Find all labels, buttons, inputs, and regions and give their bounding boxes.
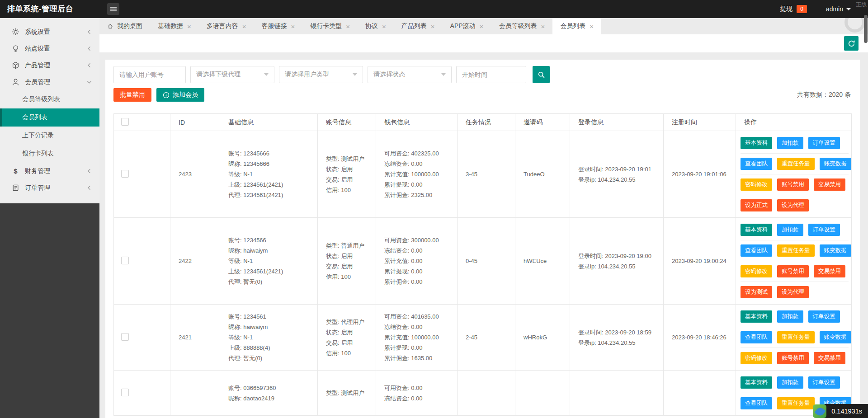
close-icon[interactable]: × <box>431 23 435 30</box>
action-button-交易禁用[interactable]: 交易禁用 <box>814 178 845 191</box>
action-button-订单设置[interactable]: 订单设置 <box>808 224 840 236</box>
action-button-设为代理[interactable]: 设为代理 <box>777 199 809 211</box>
tab-我的桌面[interactable]: 我的桌面 <box>99 18 150 34</box>
action-button-重置任务量[interactable]: 重置任务量 <box>777 397 815 409</box>
action-button-密码修改[interactable]: 密码修改 <box>741 178 772 191</box>
cell-register-time <box>664 371 736 416</box>
tab-基础数据[interactable]: 基础数据 × <box>150 18 199 34</box>
debug-time-widget[interactable]: 0.141931s <box>813 404 868 418</box>
action-button-加扣款[interactable]: 加扣款 <box>777 376 803 389</box>
close-icon[interactable]: × <box>242 23 246 30</box>
app-header: 排单系统-管理后台 提现 0 admin <box>0 0 868 18</box>
hamburger-menu-button[interactable] <box>107 3 119 15</box>
cell-invite-code: TudeeO <box>515 131 570 218</box>
user-menu[interactable]: admin <box>826 5 851 13</box>
action-button-订单设置[interactable]: 订单设置 <box>808 137 840 149</box>
sidebar-item-上下分记录[interactable]: 上下分记录 <box>0 127 99 145</box>
site-icon <box>11 45 20 52</box>
sidebar-item-财务管理[interactable]: $ 财务管理 <box>0 163 99 179</box>
tab-协议[interactable]: 协议 × <box>358 18 394 34</box>
sidebar-item-系统设置[interactable]: 系统设置 <box>0 23 99 40</box>
start-time-input[interactable] <box>456 66 526 83</box>
action-button-基本资料[interactable]: 基本资料 <box>741 310 772 323</box>
search-button[interactable] <box>533 66 550 83</box>
action-button-账变数据[interactable]: 账变数据 <box>820 244 851 257</box>
sidebar-item-会员列表[interactable]: 会员列表 <box>0 108 99 127</box>
action-button-交易禁用[interactable]: 交易禁用 <box>814 352 845 364</box>
action-button-账变数据[interactable]: 账变数据 <box>820 331 851 343</box>
product-icon <box>11 61 20 69</box>
action-button-设为代理[interactable]: 设为代理 <box>777 286 809 298</box>
action-button-密码修改[interactable]: 密码修改 <box>741 352 772 364</box>
batch-disable-button[interactable]: 批量禁用 <box>113 88 151 102</box>
action-button-订单设置[interactable]: 订单设置 <box>808 310 840 323</box>
tab-银行卡类型[interactable]: 银行卡类型 × <box>302 18 358 34</box>
action-button-订单设置[interactable]: 订单设置 <box>808 376 840 389</box>
close-icon[interactable]: × <box>541 23 545 30</box>
tab-产品列表[interactable]: 产品列表 × <box>394 18 443 34</box>
sidebar-item-会员等级列表[interactable]: 会员等级列表 <box>0 90 99 108</box>
row-checkbox[interactable] <box>121 170 129 178</box>
sidebar-item-银行卡列表[interactable]: 银行卡列表 <box>0 145 99 163</box>
tab-label: 协议 <box>365 22 378 30</box>
action-button-查看团队[interactable]: 查看团队 <box>741 244 772 257</box>
tab-客服链接[interactable]: 客服链接 × <box>254 18 303 34</box>
row-checkbox[interactable] <box>121 257 129 264</box>
sidebar-item-站点设置[interactable]: 站点设置 <box>0 40 99 57</box>
close-icon[interactable]: × <box>346 23 350 30</box>
select-all-checkbox[interactable] <box>121 118 129 126</box>
action-button-加扣款[interactable]: 加扣款 <box>777 224 803 236</box>
action-button-账号禁用[interactable]: 账号禁用 <box>777 178 809 191</box>
action-button-基本资料[interactable]: 基本资料 <box>741 376 772 389</box>
action-button-group: 基本资料加扣款订单设置 <box>741 133 849 154</box>
cell-id: 2423 <box>170 131 220 218</box>
withdraw-menu[interactable]: 提现 0 <box>780 5 807 13</box>
action-button-设为测试[interactable]: 设为测试 <box>741 286 772 298</box>
action-button-重置任务量[interactable]: 重置任务量 <box>777 244 815 257</box>
member-list-panel: 请选择下级代理 请选择用户类型 请选择状态 批量禁用 添加会员 共 <box>105 60 860 418</box>
tab-会员列表[interactable]: 会员列表 × <box>552 18 601 34</box>
action-button-group: 设为正式设为代理 <box>741 195 849 216</box>
action-button-group: 查看团队重置任务量账变数据 <box>741 240 849 261</box>
vertical-scrollbar-thumb[interactable] <box>864 15 868 43</box>
action-button-账号禁用[interactable]: 账号禁用 <box>777 265 809 277</box>
tab-APP滚动[interactable]: APP滚动 × <box>443 18 491 34</box>
sidebar-item-产品管理[interactable]: 产品管理 <box>0 57 99 74</box>
action-button-设为正式[interactable]: 设为正式 <box>741 199 772 211</box>
status-select[interactable]: 请选择状态 <box>368 66 452 83</box>
close-icon[interactable]: × <box>590 23 594 30</box>
action-button-交易禁用[interactable]: 交易禁用 <box>814 265 845 277</box>
action-button-基本资料[interactable]: 基本资料 <box>741 224 772 236</box>
action-button-重置任务量[interactable]: 重置任务量 <box>777 158 815 170</box>
action-button-查看团队[interactable]: 查看团队 <box>741 158 772 170</box>
close-icon[interactable]: × <box>291 23 295 30</box>
sidebar-item-订单管理[interactable]: 订单管理 <box>0 179 99 196</box>
action-button-加扣款[interactable]: 加扣款 <box>777 137 803 149</box>
refresh-icon <box>848 40 855 47</box>
action-button-密码修改[interactable]: 密码修改 <box>741 265 772 277</box>
action-button-基本资料[interactable]: 基本资料 <box>741 137 772 149</box>
close-icon[interactable]: × <box>382 23 386 30</box>
action-button-查看团队[interactable]: 查看团队 <box>741 397 772 409</box>
close-icon[interactable]: × <box>187 23 191 30</box>
tab-多语言内容[interactable]: 多语言内容 × <box>199 18 254 34</box>
action-button-查看团队[interactable]: 查看团队 <box>741 331 772 343</box>
total-count: 共有数据：2020 条 <box>797 91 852 99</box>
tab-会员等级列表[interactable]: 会员等级列表 × <box>491 18 552 34</box>
cell-actions: 基本资料加扣款订单设置查看团队重置任务量账变数据密码修改账号禁用交易禁用设为测试… <box>736 218 852 305</box>
sidebar-item-会员管理[interactable]: 会员管理 <box>0 74 99 90</box>
row-checkbox[interactable] <box>121 333 129 341</box>
add-member-button[interactable]: 添加会员 <box>156 88 204 102</box>
action-button-账号禁用[interactable]: 账号禁用 <box>777 352 809 364</box>
close-icon[interactable]: × <box>480 23 484 30</box>
action-button-重置任务量[interactable]: 重置任务量 <box>777 331 815 343</box>
refresh-button[interactable] <box>844 36 859 51</box>
agent-select[interactable]: 请选择下级代理 <box>190 66 274 83</box>
cell-account-info: 类型: 代理用户状态: 启用交易: 启用信用: 100 <box>318 305 376 371</box>
user-type-select[interactable]: 请选择用户类型 <box>279 66 363 83</box>
action-button-加扣款[interactable]: 加扣款 <box>777 310 803 323</box>
account-search-input[interactable] <box>113 66 186 83</box>
cell-task-status <box>458 371 515 416</box>
action-button-账变数据[interactable]: 账变数据 <box>820 158 851 170</box>
row-checkbox[interactable] <box>121 389 129 396</box>
